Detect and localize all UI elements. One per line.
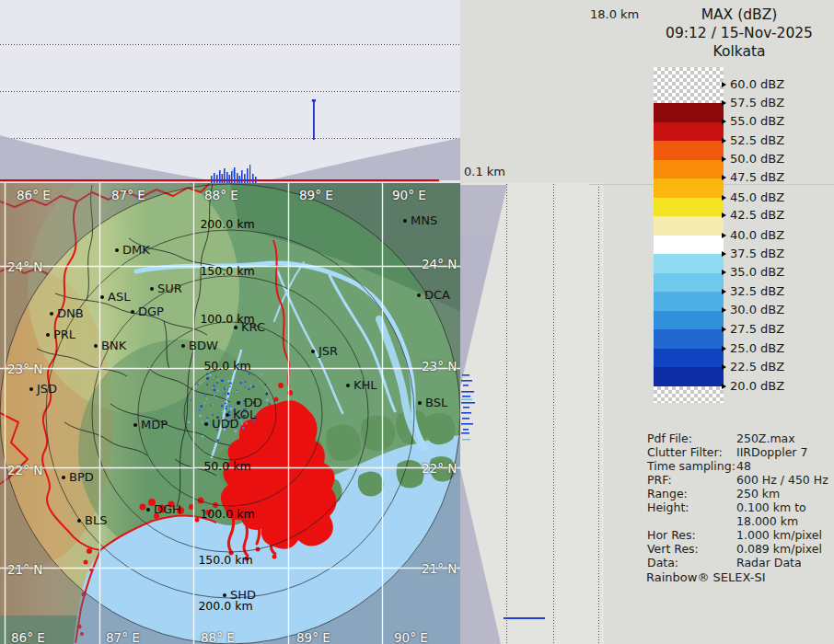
legend-level-label: 22.5 dBZ — [730, 360, 784, 374]
city-marker-dot — [311, 350, 315, 353]
city-label-bpd: BPD — [69, 470, 94, 484]
latitude-label-left: 22° N — [7, 463, 42, 477]
legend-band-12 — [654, 329, 724, 349]
legend-band-5 — [654, 198, 724, 217]
legend-band-0 — [654, 103, 724, 122]
legend-level-row: 50.0 dBZ — [722, 152, 784, 166]
legend-level-row: 60.0 dBZ — [722, 77, 784, 91]
legend-tick-arrow-icon — [722, 251, 726, 257]
metadata-value: 1.000 km/pixel — [736, 528, 822, 542]
legend-level-row: 35.0 dBZ — [722, 265, 784, 279]
legend-band-11 — [654, 311, 724, 330]
city-label-dnb: DNB — [57, 306, 84, 320]
cross-section-side-graphics — [460, 183, 604, 644]
city-marker-dot — [77, 519, 81, 523]
city-label-khl: KHL — [353, 378, 377, 392]
product-station: Kolkata — [644, 42, 834, 61]
city-marker-dot — [204, 422, 208, 426]
range-ring-label: 100.0 km — [200, 507, 254, 521]
city-marker-dot — [234, 326, 237, 329]
city-marker-dot — [100, 295, 104, 299]
legend-level-label: 42.5 dBZ — [730, 208, 784, 222]
height-axis-max-label: 18.0 km — [590, 7, 639, 21]
legend-tick-arrow-icon — [722, 213, 726, 218]
city-label-jsd: JSD — [37, 382, 57, 396]
legend-band-7 — [654, 236, 724, 255]
metadata-label: PRF: — [647, 473, 672, 487]
legend-level-row: 55.0 dBZ — [722, 114, 784, 128]
legend-level-row: 25.0 dBZ — [722, 341, 784, 355]
latitude-label-right: 21° N — [422, 561, 457, 576]
city-marker-dot — [50, 312, 53, 316]
longitude-label-top: 87° E — [111, 188, 145, 202]
metadata-label: Data: — [647, 556, 678, 569]
range-ring-label: 50.0 km — [203, 359, 250, 373]
city-marker-dot — [417, 293, 421, 297]
metadata-label: Pdf File: — [647, 431, 692, 445]
cross-section-top-graphics — [0, 0, 460, 183]
city-marker-dot — [94, 344, 98, 348]
radar-map: DMKSURDNBASLDGPKRCPRLBNKBDWJSDMDPUDDDDKO… — [0, 183, 460, 644]
city-label-kol: KOL — [233, 408, 256, 421]
legend-tick-arrow-icon — [722, 195, 726, 201]
city-marker-dot — [403, 219, 407, 223]
metadata-value: 48 — [736, 459, 751, 473]
legend-level-row: 42.5 dBZ — [722, 208, 784, 222]
legend-level-row: 32.5 dBZ — [722, 284, 784, 298]
legend-band-8 — [654, 254, 724, 273]
metadata-value: Radar Data — [736, 556, 802, 569]
metadata-value: 600 Hz / 450 Hz — [736, 473, 828, 487]
latitude-label-left: 24° N — [7, 259, 42, 274]
legend-band-13 — [654, 349, 724, 368]
echo-column-marker — [312, 99, 316, 140]
legend-level-label: 25.0 dBZ — [730, 341, 784, 355]
legend-tick-arrow-icon — [722, 289, 726, 294]
range-ring-label: 200.0 km — [200, 217, 254, 231]
legend-level-label: 50.0 dBZ — [730, 152, 784, 166]
product-datetime: 09:12 / 15-Nov-2025 — [644, 24, 834, 42]
longitude-label-top: 90° E — [392, 188, 426, 202]
range-ring-label: 200.0 km — [198, 599, 252, 613]
latitude-label-right: 24° N — [422, 257, 457, 271]
city-label-mns: MNS — [411, 213, 437, 227]
metadata-value: IIRDoppler 7 — [736, 445, 807, 459]
city-marker-dot — [62, 476, 65, 479]
city-label-bnk: BNK — [101, 339, 126, 352]
city-label-asl: ASL — [108, 290, 130, 304]
legend-tick-arrow-icon — [722, 175, 726, 180]
legend-band-4 — [654, 178, 724, 198]
longitude-label-bottom: 90° E — [394, 630, 428, 644]
city-marker-dot — [131, 310, 134, 314]
city-label-dca: DCA — [424, 288, 450, 302]
city-marker-dot — [150, 287, 154, 291]
legend-level-label: 20.0 dBZ — [730, 379, 784, 393]
longitude-label-top: 89° E — [299, 188, 333, 202]
legend-colorbar — [654, 67, 724, 403]
legend-tick-arrow-icon — [722, 138, 726, 144]
legend-band-3 — [654, 160, 724, 179]
legend-level-row: 20.0 dBZ — [722, 379, 784, 393]
legend-level-label: 52.5 dBZ — [730, 133, 784, 147]
longitude-label-top: 86° E — [17, 188, 51, 202]
longitude-label-top: 88° E — [204, 188, 238, 202]
legend-level-row: 40.0 dBZ — [722, 228, 784, 242]
legend-level-label: 37.5 dBZ — [730, 247, 784, 260]
legend-tick-arrow-icon — [722, 119, 726, 124]
legend-level-row: 27.5 dBZ — [722, 322, 784, 336]
legend-level-label: 30.0 dBZ — [730, 303, 784, 316]
cross-section-side-panel — [460, 183, 604, 644]
longitude-label-bottom: 86° E — [11, 630, 45, 644]
legend-level-row: 52.5 dBZ — [722, 133, 784, 147]
legend-level-label: 32.5 dBZ — [730, 284, 784, 298]
metadata-label: Vert Res: — [647, 542, 699, 556]
height-gridlines-vertical — [507, 184, 599, 644]
city-label-jsr: JSR — [319, 344, 338, 358]
city-label-sur: SUR — [157, 282, 182, 295]
legend-band-below-min — [654, 386, 724, 403]
longitude-label-bottom: 87° E — [106, 630, 140, 644]
legend-tick-arrow-icon — [722, 233, 726, 238]
metadata-value: 0.089 km/pixel — [736, 542, 822, 556]
beam-blockage-shading — [0, 135, 460, 180]
latitude-label-left: 23° N — [7, 362, 42, 376]
city-marker-dot — [223, 593, 226, 597]
